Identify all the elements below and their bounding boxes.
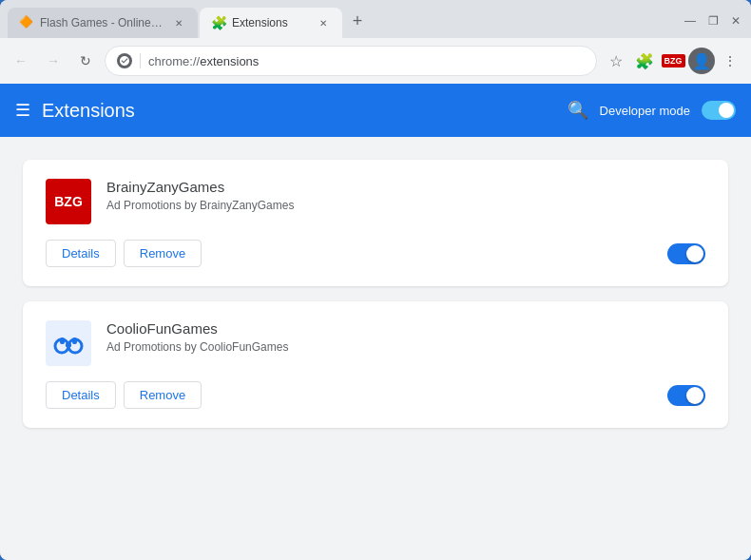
bzg-badge-button[interactable]: BZG bbox=[660, 48, 686, 74]
coolio-toggle[interactable] bbox=[667, 385, 705, 406]
flash-games-favicon: 🔶 bbox=[19, 15, 34, 30]
extensions-tab-close[interactable]: ✕ bbox=[316, 15, 331, 30]
minimize-button[interactable]: — bbox=[683, 13, 698, 29]
flash-games-tab-title: Flash Games - Online Flash Gam... bbox=[40, 16, 165, 29]
bookmark-star-button[interactable]: ☆ bbox=[603, 48, 629, 74]
extension-card-bzg: BZG BrainyZanyGames Ad Promotions by Bra… bbox=[23, 160, 728, 286]
window-controls: — ❐ ✕ bbox=[683, 13, 743, 29]
back-button[interactable]: ← bbox=[8, 48, 34, 74]
browser-window: 🔶 Flash Games - Online Flash Gam... ✕ 🧩 … bbox=[0, 0, 751, 560]
coolio-logo bbox=[46, 320, 91, 366]
nav-actions: ☆ 🧩 BZG 👤 ⋮ bbox=[603, 48, 743, 74]
hamburger-menu-button[interactable]: ☰ bbox=[15, 100, 30, 121]
coolio-description: Ad Promotions by CoolioFunGames bbox=[106, 340, 705, 354]
maximize-button[interactable]: ❐ bbox=[705, 13, 721, 29]
coolio-details-button[interactable]: Details bbox=[46, 381, 116, 409]
extension-card-footer-bzg: Details Remove bbox=[46, 240, 705, 267]
tab-extensions[interactable]: 🧩 Extensions ✕ bbox=[200, 8, 342, 38]
extensions-list: fish.com BZG BrainyZanyGames Ad Promotio… bbox=[0, 137, 751, 560]
coolio-info: CoolioFunGames Ad Promotions by CoolioFu… bbox=[106, 320, 705, 354]
bzg-info: BrainyZanyGames Ad Promotions by BrainyZ… bbox=[106, 179, 705, 212]
kebab-menu-icon: ⋮ bbox=[723, 53, 737, 68]
extensions-header-right: 🔍 Developer mode bbox=[568, 100, 736, 121]
bzg-details-button[interactable]: Details bbox=[46, 240, 116, 267]
extensions-search-button[interactable]: 🔍 bbox=[568, 100, 588, 121]
bzg-name: BrainyZanyGames bbox=[106, 179, 705, 195]
profile-avatar[interactable]: 👤 bbox=[688, 48, 715, 74]
address-bar[interactable]: chrome://extensions bbox=[105, 46, 597, 76]
bzg-buttons: Details Remove bbox=[46, 240, 202, 267]
extensions-favicon: 🧩 bbox=[211, 15, 226, 30]
page-content: ☰ Extensions 🔍 Developer mode bbox=[0, 84, 751, 560]
bzg-toggle[interactable] bbox=[667, 243, 705, 264]
coolio-buttons: Details Remove bbox=[46, 381, 202, 409]
extensions-header-left: ☰ Extensions bbox=[15, 100, 135, 122]
extension-card-header-bzg: BZG BrainyZanyGames Ad Promotions by Bra… bbox=[46, 179, 705, 224]
flash-games-tab-close[interactable]: ✕ bbox=[171, 15, 186, 30]
extension-card-header-coolio: CoolioFunGames Ad Promotions by CoolioFu… bbox=[46, 320, 705, 366]
bzg-icon: BZG bbox=[662, 54, 685, 68]
toggle-thumb bbox=[719, 103, 734, 118]
star-icon: ☆ bbox=[609, 52, 623, 70]
title-bar: 🔶 Flash Games - Online Flash Gam... ✕ 🧩 … bbox=[0, 0, 751, 38]
address-divider bbox=[140, 53, 141, 68]
bzg-toggle-thumb bbox=[686, 245, 703, 262]
coolio-remove-button[interactable]: Remove bbox=[124, 381, 202, 409]
search-icon: 🔍 bbox=[568, 101, 588, 120]
extension-card-coolio: CoolioFunGames Ad Promotions by CoolioFu… bbox=[23, 301, 728, 428]
binoculars-icon bbox=[53, 330, 84, 357]
nav-bar: ← → ↻ chrome://extensions ☆ 🧩 bbox=[0, 38, 751, 84]
profile-icon: 👤 bbox=[692, 52, 711, 70]
extensions-puzzle-button[interactable]: 🧩 bbox=[631, 48, 658, 74]
bzg-logo: BZG bbox=[46, 179, 91, 224]
extensions-header: ☰ Extensions 🔍 Developer mode bbox=[0, 84, 751, 137]
extensions-tab-title: Extensions bbox=[232, 16, 310, 29]
svg-rect-4 bbox=[66, 343, 71, 347]
svg-rect-5 bbox=[60, 338, 65, 344]
chrome-menu-button[interactable]: ⋮ bbox=[717, 48, 743, 74]
bzg-remove-button[interactable]: Remove bbox=[124, 240, 202, 267]
new-tab-button[interactable]: + bbox=[344, 8, 371, 34]
hamburger-icon: ☰ bbox=[15, 101, 30, 120]
reload-button[interactable]: ↻ bbox=[72, 48, 99, 74]
close-button[interactable]: ✕ bbox=[728, 13, 743, 29]
extension-card-footer-coolio: Details Remove bbox=[46, 381, 705, 409]
puzzle-icon: 🧩 bbox=[635, 52, 654, 70]
developer-mode-toggle[interactable] bbox=[702, 101, 736, 120]
url-favicon bbox=[117, 53, 132, 68]
extensions-page-title: Extensions bbox=[42, 100, 135, 122]
bzg-description: Ad Promotions by BrainyZanyGames bbox=[106, 199, 705, 212]
svg-rect-6 bbox=[72, 338, 77, 344]
url-text: chrome://extensions bbox=[148, 54, 585, 68]
developer-mode-label: Developer mode bbox=[600, 104, 690, 118]
coolio-toggle-thumb bbox=[686, 387, 703, 404]
forward-button[interactable]: → bbox=[40, 48, 67, 74]
tab-flash-games[interactable]: 🔶 Flash Games - Online Flash Gam... ✕ bbox=[8, 8, 198, 38]
tabs-row: 🔶 Flash Games - Online Flash Gam... ✕ 🧩 … bbox=[8, 8, 671, 38]
coolio-name: CoolioFunGames bbox=[106, 320, 705, 337]
